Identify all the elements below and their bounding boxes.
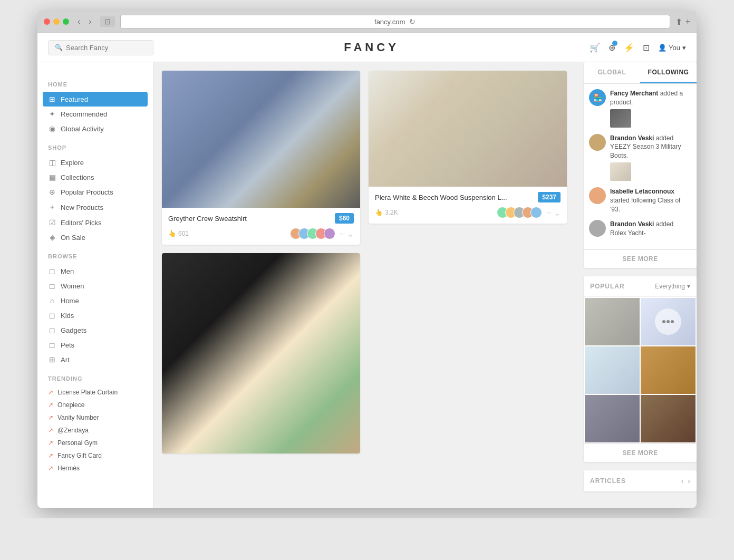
sidebar-item-featured[interactable]: ⊞ Featured: [43, 92, 148, 107]
share-button[interactable]: ⬆: [675, 17, 682, 27]
url-bar[interactable]: fancy.com ↻: [120, 15, 670, 28]
back-button[interactable]: ‹: [74, 16, 83, 27]
product-grid: Greyther Crew Sweatshirt $60 👆 601: [162, 71, 567, 453]
sidebar-item-men[interactable]: ◻ Men: [37, 264, 153, 278]
popular-filter[interactable]: Everything ▾: [655, 283, 690, 290]
sidebar-section-browse: BROWSE: [37, 253, 153, 264]
sidebar-item-collections[interactable]: ▦ Collections: [37, 170, 153, 185]
sidebar-item-label: Editors' Picks: [61, 219, 102, 227]
more-button-2[interactable]: ···: [546, 209, 552, 216]
trending-item-6[interactable]: ↗ Fancy Gift Card: [37, 449, 153, 462]
sidebar-item-popular-products[interactable]: ⊕ Popular Products: [37, 185, 153, 199]
cart-icon[interactable]: 🛒: [590, 43, 600, 53]
new-tab-button[interactable]: +: [685, 17, 690, 27]
trending-item-3[interactable]: ↗ Vanity Number: [37, 411, 153, 424]
activity-thumb-2[interactable]: [610, 162, 631, 181]
popular-img-4[interactable]: [641, 346, 696, 394]
sidebar-item-women[interactable]: ◻ Women: [37, 278, 153, 293]
sidebar-item-art[interactable]: ⊞ Art: [37, 352, 153, 367]
sidebar-item-on-sale[interactable]: ◈ On Sale: [37, 230, 153, 245]
sidebar-item-new-products[interactable]: ＋ New Products: [37, 199, 153, 215]
popular-title: POPULAR: [590, 283, 625, 290]
popular-img-1[interactable]: [585, 298, 640, 345]
main-content: HOME ⊞ Featured ✦ Recommended ◉ Global A…: [37, 62, 697, 508]
tab-global[interactable]: GLOBAL: [584, 62, 640, 83]
activity-avatar-brandon2: [589, 220, 606, 237]
articles-next-button[interactable]: ›: [688, 477, 690, 485]
trending-item-1[interactable]: ↗ License Plate Curtain: [37, 386, 153, 399]
product-avatars: [290, 228, 335, 239]
sidebar-item-label: On Sale: [61, 234, 85, 242]
minimize-dot[interactable]: [53, 18, 60, 25]
forward-button[interactable]: ›: [85, 16, 94, 27]
popular-img-6[interactable]: [641, 395, 696, 442]
header-actions: 🛒 ⊕ ⚡ ⊡ 👤 You ▾: [590, 43, 686, 53]
trending-label-1: License Plate Curtain: [57, 389, 118, 396]
chevron-down-btn[interactable]: ⌄: [347, 229, 354, 239]
women-icon: ◻: [48, 282, 56, 290]
popular-card: POPULAR Everything ▾: [584, 276, 697, 462]
articles-prev-button[interactable]: ‹: [681, 477, 684, 485]
sidebar-item-explore[interactable]: ◫ Explore: [37, 155, 153, 170]
count-value-2: 3.2K: [385, 209, 398, 216]
more-button[interactable]: ···: [340, 230, 345, 237]
product-image-sweatshirt[interactable]: [162, 71, 360, 208]
chevron-down-btn-2[interactable]: ⌄: [554, 208, 561, 218]
kids-icon: ◻: [48, 311, 56, 320]
sidebar-item-global-activity[interactable]: ◉ Global Activity: [37, 121, 153, 136]
sidebar-item-kids[interactable]: ◻ Kids: [37, 308, 153, 323]
gift-icon[interactable]: ⊕: [609, 43, 615, 53]
activity-card: GLOBAL FOLLOWING 🏪 Fancy Merchant added …: [584, 62, 697, 268]
avatar-5: [324, 228, 335, 239]
refresh-icon[interactable]: ↻: [409, 17, 416, 26]
close-dot[interactable]: [44, 18, 50, 25]
fancy-count-2: 👆 3.2K: [375, 209, 398, 216]
product-price-2: $237: [538, 192, 561, 202]
popular-img-3[interactable]: [585, 346, 640, 394]
see-more-activity[interactable]: SEE MORE: [584, 249, 697, 268]
trending-item-4[interactable]: ↗ @Zendaya: [37, 424, 153, 437]
user-dropdown-icon: ▾: [682, 44, 686, 52]
sidebar-item-home[interactable]: ⌂ Home: [37, 293, 153, 308]
sidebar-section-shop: SHOP: [37, 144, 153, 155]
editors-icon: ☑: [48, 218, 56, 227]
trending-item-2[interactable]: ↗ Onepiece: [37, 399, 153, 411]
sidebar-item-label: Explore: [61, 159, 84, 167]
trending-arrow-7: ↗: [48, 465, 53, 472]
header: 🔍 FANCY 🛒 ⊕ ⚡ ⊡ 👤 You ▾: [37, 33, 697, 62]
sidebar-item-gadgets[interactable]: ◻ Gadgets: [37, 323, 153, 337]
screen-icon[interactable]: ⊡: [643, 43, 650, 53]
activity-avatar-brandon: [589, 134, 606, 151]
fancy-icon: 👆: [168, 230, 176, 237]
product-content: Greyther Crew Sweatshirt $60 👆 601: [153, 62, 575, 508]
sidebar-item-label: Kids: [61, 312, 74, 320]
activity-avatar-isabelle: [589, 187, 606, 204]
user-menu[interactable]: 👤 You ▾: [658, 44, 686, 52]
trending-item-7[interactable]: ↗ Hermès: [37, 462, 153, 475]
search-input[interactable]: [66, 44, 145, 52]
tab-button[interactable]: ⊡: [100, 16, 115, 27]
flash-icon[interactable]: ⚡: [624, 43, 634, 53]
sidebar-item-pets[interactable]: ◻ Pets: [37, 337, 153, 352]
sidebar-item-label: Gadgets: [61, 326, 86, 334]
search-bar[interactable]: 🔍: [48, 40, 153, 55]
popular-img-2[interactable]: [641, 298, 696, 345]
fullscreen-dot[interactable]: [63, 18, 69, 25]
see-more-popular[interactable]: SEE MORE: [584, 443, 697, 462]
activity-content-3: Isabelle Letaconnoux started following C…: [610, 187, 691, 214]
activity-content-1: Fancy Merchant added a product.: [610, 89, 691, 128]
sidebar-item-label: Home: [61, 297, 79, 305]
trending-item-5[interactable]: ↗ Personal Gym: [37, 437, 153, 449]
new-icon: ＋: [48, 202, 56, 212]
sidebar-item-recommended[interactable]: ✦ Recommended: [37, 107, 153, 121]
sidebar-item-label: Collections: [61, 173, 94, 181]
popular-img-5[interactable]: [585, 395, 640, 442]
browser-toolbar: ‹ › ⊡ fancy.com ↻ ⬆ +: [37, 11, 697, 33]
product-image-desk[interactable]: [162, 253, 360, 453]
product-image-furniture[interactable]: [369, 71, 567, 187]
tab-following[interactable]: FOLLOWING: [640, 62, 697, 83]
activity-text-3: Isabelle Letaconnoux started following C…: [610, 187, 691, 214]
product-title-row-2: Plera White & Beech Wood Suspension L...…: [375, 192, 561, 202]
activity-thumb-1[interactable]: [610, 109, 631, 128]
sidebar-item-editors-picks[interactable]: ☑ Editors' Picks: [37, 215, 153, 230]
